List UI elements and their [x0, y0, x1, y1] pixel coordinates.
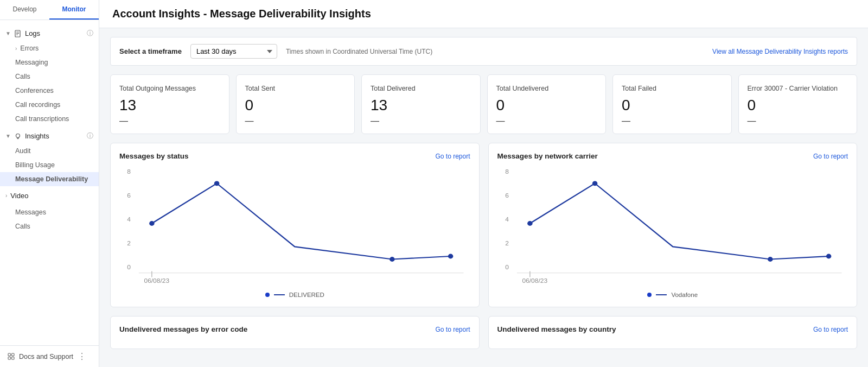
- sidebar-item-conferences[interactable]: Conferences: [0, 84, 99, 98]
- chart-title-carrier: Messages by network carrier: [497, 152, 598, 160]
- legend-label-delivered: DELIVERED: [289, 292, 324, 298]
- sidebar-item-calls-extra[interactable]: Calls: [0, 219, 99, 233]
- chevron-right-icon: ›: [15, 46, 17, 52]
- svg-text:4: 4: [127, 217, 131, 223]
- bottom-chart-country: Undelivered messages by country Go to re…: [488, 316, 858, 349]
- go-to-report-error[interactable]: Go to report: [435, 326, 470, 333]
- chevron-down-icon: ▼: [5, 30, 11, 36]
- sidebar-item-audit[interactable]: Audit: [0, 144, 99, 158]
- nav-section-video: › Video: [0, 188, 99, 203]
- stat-card-dash-outgoing: —: [119, 116, 220, 126]
- chart-header-status: Messages by status Go to report: [119, 152, 470, 160]
- stat-card-total-outgoing: Total Outgoing Messages 13 —: [110, 74, 229, 134]
- stat-card-dash-sent: —: [245, 116, 346, 126]
- svg-point-32: [768, 257, 773, 262]
- utc-note: Times shown in Coordinated Universal Tim…: [286, 48, 432, 55]
- chart-messages-by-carrier: Messages by network carrier Go to report…: [488, 143, 858, 307]
- chart-messages-by-status: Messages by status Go to report 8 6 4 2 …: [110, 143, 480, 307]
- timeframe-select[interactable]: Last 30 days Last 7 days Last 24 hours C…: [190, 44, 277, 59]
- legend-line-delivered: [274, 294, 285, 295]
- go-to-report-country[interactable]: Go to report: [813, 326, 848, 333]
- stat-cards: Total Outgoing Messages 13 — Total Sent …: [110, 74, 857, 134]
- svg-text:6: 6: [505, 193, 509, 199]
- timeframe-label: Select a timeframe: [119, 47, 182, 55]
- info-icon-insights[interactable]: ⓘ: [87, 131, 93, 141]
- stat-card-dash-undelivered: —: [496, 116, 597, 126]
- stat-card-dash-failed: —: [622, 116, 723, 126]
- sidebar-item-message-deliverability[interactable]: Message Deliverability: [0, 172, 99, 186]
- stat-card-total-sent: Total Sent 0 —: [236, 74, 355, 134]
- legend-line-vodafone: [656, 294, 667, 295]
- sidebar-item-errors[interactable]: › Errors: [0, 41, 99, 55]
- nav-section-logs: ▼ Logs ⓘ › Errors Messaging Calls Confer…: [0, 26, 99, 126]
- bottom-chart-title-country: Undelivered messages by country: [497, 325, 616, 333]
- svg-text:0: 0: [505, 264, 509, 270]
- content-area: Select a timeframe Last 30 days Last 7 d…: [99, 28, 868, 358]
- svg-point-31: [592, 181, 597, 186]
- svg-rect-5: [8, 353, 11, 356]
- nav-section-insights: ▼ Insights ⓘ Audit Billing Usage Message…: [0, 128, 99, 186]
- insights-label: Insights: [25, 132, 49, 140]
- sidebar-item-billing-usage[interactable]: Billing Usage: [0, 158, 99, 172]
- chart-svg-status: 8 6 4 2 0 06/08/23: [119, 167, 470, 286]
- stat-card-total-failed: Total Failed 0 —: [612, 74, 732, 134]
- tab-monitor[interactable]: Monitor: [49, 0, 99, 20]
- page-title: Account Insights - Message Deliverabilit…: [112, 8, 855, 20]
- sidebar-item-messages[interactable]: Messages: [0, 205, 99, 219]
- stat-card-total-delivered: Total Delivered 13 —: [361, 74, 481, 134]
- svg-text:06/08/23: 06/08/23: [144, 278, 169, 284]
- stat-card-label-failed: Total Failed: [622, 85, 723, 92]
- sidebar-item-calls[interactable]: Calls: [0, 69, 99, 84]
- svg-point-33: [826, 254, 831, 259]
- legend-dot-delivered: [265, 293, 270, 297]
- svg-text:2: 2: [127, 241, 131, 246]
- chevron-down-icon-insights: ▼: [5, 133, 11, 139]
- stat-card-total-undelivered: Total Undelivered 0 —: [487, 74, 607, 134]
- book-icon: [14, 30, 22, 37]
- stat-card-value-sent: 0: [245, 97, 346, 114]
- svg-point-20: [390, 257, 395, 262]
- sidebar-nav: ▼ Logs ⓘ › Errors Messaging Calls Confer…: [0, 20, 99, 345]
- legend-label-vodafone: Vodafone: [671, 292, 698, 298]
- sidebar-item-messaging[interactable]: Messaging: [0, 55, 99, 69]
- go-to-report-carrier[interactable]: Go to report: [813, 153, 848, 160]
- bottom-chart-header-error: Undelivered messages by error code Go to…: [119, 325, 470, 333]
- svg-rect-8: [12, 357, 15, 360]
- grid-icon: [8, 353, 15, 360]
- view-all-reports-link[interactable]: View all Message Deliverability Insights…: [712, 48, 848, 55]
- sidebar-footer[interactable]: Docs and Support ⋮: [0, 345, 99, 367]
- more-options-icon[interactable]: ⋮: [78, 351, 86, 362]
- stat-card-label-sent: Total Sent: [245, 85, 346, 92]
- bottom-chart-row: Undelivered messages by error code Go to…: [110, 316, 857, 349]
- legend-dot-vodafone: [647, 293, 652, 297]
- sidebar-item-call-transcriptions[interactable]: Call transcriptions: [0, 112, 99, 126]
- go-to-report-status[interactable]: Go to report: [435, 153, 470, 160]
- sidebar-item-logs[interactable]: ▼ Logs ⓘ: [0, 26, 99, 41]
- info-icon[interactable]: ⓘ: [87, 29, 93, 38]
- svg-text:6: 6: [127, 193, 131, 199]
- stat-card-label-outgoing: Total Outgoing Messages: [119, 85, 220, 92]
- logs-label: Logs: [25, 29, 40, 37]
- sidebar-item-call-recordings[interactable]: Call recordings: [0, 98, 99, 112]
- sidebar-tabs: Develop Monitor: [0, 0, 99, 20]
- chart-legend-status: DELIVERED: [119, 292, 470, 298]
- tab-develop[interactable]: Develop: [0, 0, 49, 20]
- svg-point-18: [214, 181, 220, 186]
- bottom-chart-error-code: Undelivered messages by error code Go to…: [110, 316, 480, 349]
- stat-card-label-undelivered: Total Undelivered: [496, 85, 597, 92]
- svg-point-4: [16, 134, 20, 137]
- sidebar-item-insights[interactable]: ▼ Insights ⓘ: [0, 128, 99, 144]
- svg-rect-6: [12, 353, 15, 356]
- chevron-right-icon-video: ›: [5, 193, 7, 199]
- stat-card-dash-delivered: —: [371, 116, 471, 126]
- svg-point-30: [527, 221, 533, 226]
- chart-title-status: Messages by status: [119, 152, 189, 160]
- sidebar-item-video[interactable]: › Video: [0, 188, 99, 203]
- stat-card-error-30007: Error 30007 - Carrier Violation 0 —: [738, 74, 858, 134]
- chart-svg-carrier: 8 6 4 2 0 06/08/23: [497, 167, 848, 286]
- stat-card-label-delivered: Total Delivered: [371, 85, 471, 92]
- svg-text:8: 8: [505, 169, 509, 175]
- svg-text:8: 8: [127, 169, 131, 175]
- chart-header-carrier: Messages by network carrier Go to report: [497, 152, 848, 160]
- bottom-chart-header-country: Undelivered messages by country Go to re…: [497, 325, 848, 333]
